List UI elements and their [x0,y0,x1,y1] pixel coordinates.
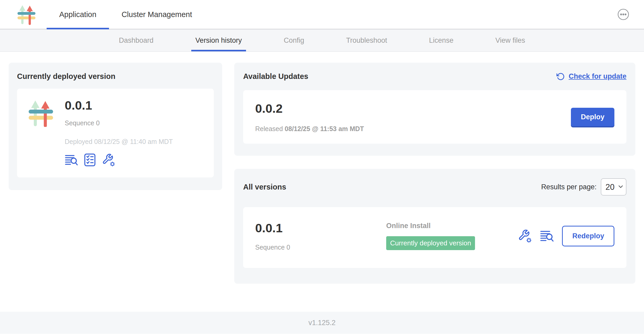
row-sequence: Sequence 0 [255,244,386,251]
app-logo-icon [27,99,55,128]
active-tab-underline [47,28,109,29]
app-window: Application Cluster Management Dashboard… [0,0,644,334]
subnav-tab-label: View files [495,36,525,45]
check-for-update-label: Check for update [569,72,626,80]
app-subnav: Dashboard Version history Config Trouble… [0,29,644,52]
check-for-update-link[interactable]: Check for update [556,72,626,81]
deployed-version-actions [65,153,173,166]
tab-cluster-management-label: Cluster Management [122,10,192,19]
available-updates-header: Available Updates Check for update [243,72,626,81]
all-versions-header: All versions Results per page: 20 [243,178,626,196]
subnav-tab-view-files[interactable]: View files [491,29,530,51]
dots-menu-icon [617,8,629,20]
released-prefix: Released [255,125,283,132]
currently-deployed-title: Currently deployed version [17,72,214,81]
subnav-tab-label: Version history [195,36,242,45]
subnav-tab-license[interactable]: License [425,29,458,51]
redeploy-button[interactable]: Redeploy [562,226,614,246]
version-row-actions: Redeploy [518,226,614,246]
page-footer: v1.125.2 [0,312,644,334]
tab-application[interactable]: Application [47,0,109,29]
install-type-label: Online Install [386,222,518,230]
release-diff-icon[interactable] [65,154,78,166]
config-wrench-icon[interactable] [102,153,115,166]
results-per-page: Results per page: 20 [541,178,626,196]
subnav-tab-label: Dashboard [119,36,154,45]
available-updates-title: Available Updates [243,72,308,81]
results-per-page-label: Results per page: [541,183,597,191]
deployed-timestamp: Deployed 08/12/25 @ 11:40 am MDT [65,138,173,146]
console-version: v1.125.2 [308,319,336,327]
row-version-number: 0.0.1 [255,221,386,235]
header-tabs: Application Cluster Management [47,0,205,29]
deploy-button[interactable]: Deploy [571,108,614,126]
results-per-page-select[interactable]: 20 [601,178,626,196]
currently-deployed-badge: Currently deployed version [386,236,475,250]
release-diff-icon[interactable] [540,230,554,242]
subnav-tab-label: Troubleshoot [346,36,387,45]
update-details: 0.0.2 Released 08/12/25 @ 11:53 am MDT [255,101,364,133]
subnav-tab-troubleshoot[interactable]: Troubleshoot [342,29,391,51]
app-logo-icon [16,3,37,26]
released-date: 08/12/25 @ 11:53 am MDT [285,125,364,132]
tab-application-label: Application [59,10,96,19]
subnav-tab-label: License [429,36,454,45]
currently-deployed-card: Currently deployed version 0.0.1 Sequenc… [9,63,222,190]
update-version-number: 0.0.2 [255,101,364,116]
version-row-status: Online Install Currently deployed versio… [386,222,518,250]
main-content: Currently deployed version 0.0.1 Sequenc… [0,52,644,312]
deployed-version-panel: 0.0.1 Sequence 0 Deployed 08/12/25 @ 11:… [17,89,214,177]
update-released-line: Released 08/12/25 @ 11:53 am MDT [255,125,364,133]
deployed-version-details: 0.0.1 Sequence 0 Deployed 08/12/25 @ 11:… [65,98,173,166]
overflow-menu-button[interactable] [617,8,629,20]
tab-cluster-management[interactable]: Cluster Management [109,0,205,29]
available-updates-card: Available Updates Check for update 0.0.2… [234,63,635,156]
subnav-tab-dashboard[interactable]: Dashboard [115,29,158,51]
results-per-page-select-wrap: 20 [601,178,626,196]
deployed-sequence: Sequence 0 [65,119,173,127]
version-row: 0.0.1 Sequence 0 Online Install Currentl… [243,207,626,268]
subnav-tab-version-history[interactable]: Version history [191,29,246,51]
all-versions-title: All versions [243,183,286,191]
subnav-tab-label: Config [284,36,304,45]
deployed-version-number: 0.0.1 [65,98,173,112]
update-row: 0.0.2 Released 08/12/25 @ 11:53 am MDT D… [243,90,626,144]
right-column: Available Updates Check for update 0.0.2… [234,63,635,284]
version-row-info: 0.0.1 Sequence 0 [255,221,386,251]
top-header: Application Cluster Management [0,0,644,29]
refresh-icon [556,72,565,81]
config-wrench-icon[interactable] [518,229,532,243]
subnav-tab-config[interactable]: Config [280,29,308,51]
active-tab-underline [191,50,246,51]
all-versions-card: All versions Results per page: 20 [234,169,635,284]
preflight-checklist-icon[interactable] [84,153,96,166]
